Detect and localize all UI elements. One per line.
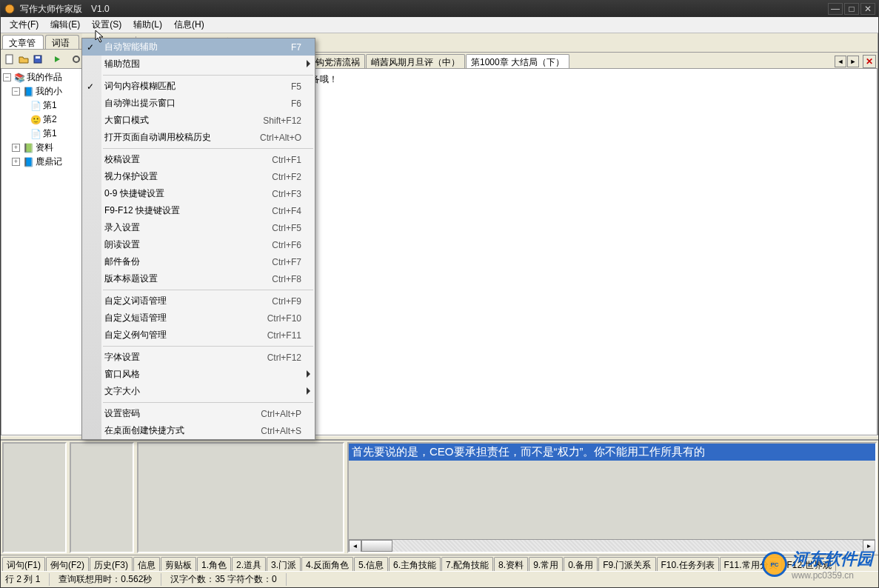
menu-item-label: 自定义短语管理 <box>104 312 267 324</box>
tab-scroll-left-icon[interactable]: ◄ <box>835 56 846 67</box>
lower-pane-2[interactable] <box>70 442 134 553</box>
lower-tab[interactable]: 6.主角技能 <box>389 557 441 571</box>
menu-item-shortcut: Ctrl+Alt+S <box>261 426 301 436</box>
lower-pane-1[interactable] <box>2 442 67 553</box>
menu-item[interactable]: 窗口风格 <box>82 366 315 383</box>
lower-tab[interactable]: 8.资料 <box>494 557 528 571</box>
tree-item[interactable]: 🙂第2 <box>3 113 80 127</box>
menu-item-shortcut: Ctrl+F5 <box>272 223 301 233</box>
lower-tab[interactable]: 5.信息 <box>354 557 388 571</box>
menu-item[interactable]: 朗读设置Ctrl+F6 <box>82 236 315 253</box>
menu-item-label: 朗读设置 <box>104 238 272 251</box>
lower-tab[interactable]: F9.门派关系 <box>598 557 655 571</box>
lower-tab[interactable]: 2.道具 <box>232 557 266 571</box>
tree-item[interactable]: 📄第1 <box>3 98 80 113</box>
menu-item[interactable]: 邮件备份Ctrl+F7 <box>82 253 315 270</box>
menu-item[interactable]: 字体设置Ctrl+F12 <box>82 349 315 366</box>
menu-item[interactable]: 视力保护设置Ctrl+F2 <box>82 168 315 185</box>
lower-tab[interactable]: 3.门派 <box>267 557 301 571</box>
doc-tab[interactable]: 峭茜风期月旦评（中） <box>366 54 465 68</box>
menu-file[interactable]: 文件(F) <box>4 17 44 33</box>
lower-tab[interactable]: F12.世界观 <box>783 557 836 571</box>
save-icon[interactable] <box>32 52 44 67</box>
lower-tab[interactable]: 历史(F3) <box>90 557 133 571</box>
lower-tab[interactable]: 9.常用 <box>529 557 563 571</box>
titlebar: 写作大师作家版 V1.0 — □ ✕ <box>1 1 878 17</box>
menu-item[interactable]: 录入设置Ctrl+F5 <box>82 219 315 236</box>
lower-tab[interactable]: F10.任务列表 <box>657 557 719 571</box>
scroll-track[interactable] <box>361 540 863 552</box>
stack-icon: 📚 <box>13 72 25 84</box>
menu-item[interactable]: ✓自动智能辅助F7 <box>82 39 315 56</box>
tab-word-assist[interactable]: 词语辅 <box>45 35 79 49</box>
scroll-left-icon[interactable]: ◄ <box>349 540 361 552</box>
close-button[interactable]: ✕ <box>860 3 875 15</box>
doc-tab-active[interactable]: 第1000章 大结局（下） <box>466 54 569 68</box>
scroll-right-icon[interactable]: ► <box>863 540 875 552</box>
menu-settings[interactable]: 设置(S) <box>86 17 127 33</box>
tree-item[interactable]: +📘鹿鼎记 <box>3 155 80 169</box>
open-icon[interactable] <box>18 52 30 67</box>
menu-item-label: 录入设置 <box>104 221 272 234</box>
menu-item-shortcut: Ctrl+F6 <box>272 240 301 250</box>
menu-item[interactable]: 版本标题设置Ctrl+F8 <box>82 270 315 287</box>
menu-item-label: 自动智能辅助 <box>104 41 291 53</box>
gear-icon[interactable] <box>70 52 82 67</box>
menu-item-label: F9-F12 快捷键设置 <box>104 204 272 217</box>
lower-tab[interactable]: 例句(F2) <box>46 557 89 571</box>
menu-item-label: 字体设置 <box>104 351 267 364</box>
menu-item-label: 自定义例句管理 <box>104 329 267 341</box>
status-querytime: 查询联想用时：0.562秒 <box>59 573 161 586</box>
tab-scroll-right-icon[interactable]: ► <box>847 56 859 67</box>
tree-item[interactable]: +📗资料 <box>3 141 80 155</box>
menu-item[interactable]: 设置密码Ctrl+Alt+P <box>82 405 315 422</box>
lower-tab[interactable]: 信息 <box>133 557 160 571</box>
lower-tab[interactable]: 7.配角技能 <box>441 557 493 571</box>
menu-item-shortcut: Ctrl+F3 <box>272 189 301 199</box>
left-tabs: 文章管理 词语辅 <box>1 33 82 50</box>
lower-pane-main[interactable]: 首先要说的是，CEO要承担责任，而不是“权力”。你不能用工作所具有的 ◄ ► <box>347 442 877 553</box>
menu-item-shortcut: F7 <box>291 42 301 53</box>
lower-tab[interactable]: 1.角色 <box>197 557 231 571</box>
minimize-button[interactable]: — <box>828 3 843 15</box>
lower-tab[interactable]: 0.备用 <box>564 557 598 571</box>
menu-item[interactable]: F9-F12 快捷键设置Ctrl+F4 <box>82 202 315 219</box>
menu-item[interactable]: 校稿设置Ctrl+F1 <box>82 151 315 168</box>
scroll-thumb[interactable] <box>361 540 392 552</box>
submenu-arrow-icon <box>307 60 310 67</box>
horizontal-scrollbar[interactable]: ◄ ► <box>349 539 875 552</box>
svg-point-5 <box>73 56 79 62</box>
window-title: 写作大师作家版 V1.0 <box>20 3 828 16</box>
lower-tab[interactable]: 剪贴板 <box>161 557 196 571</box>
run-icon[interactable] <box>51 52 63 67</box>
menu-item[interactable]: 自定义短语管理Ctrl+F10 <box>82 310 315 327</box>
menu-item-label: 校稿设置 <box>104 153 272 166</box>
maximize-button[interactable]: □ <box>844 3 859 15</box>
new-icon[interactable] <box>4 52 16 67</box>
close-tab-icon[interactable]: ✕ <box>863 55 876 68</box>
menu-item[interactable]: ✓词句内容模糊匹配F5 <box>82 78 315 95</box>
menu-item[interactable]: 自定义词语管理Ctrl+F9 <box>82 293 315 310</box>
menu-edit[interactable]: 编辑(E) <box>44 17 86 33</box>
lower-tab[interactable]: 词句(F1) <box>2 557 45 571</box>
menu-info[interactable]: 信息(H) <box>168 17 210 33</box>
menu-item[interactable]: 辅助范围 <box>82 56 315 73</box>
menu-item-label: 视力保护设置 <box>104 170 272 183</box>
menu-item[interactable]: 在桌面创建快捷方式Ctrl+Alt+S <box>82 422 315 439</box>
menu-item[interactable]: 自动弹出提示窗口F6 <box>82 95 315 112</box>
menu-item[interactable]: 打开页面自动调用校稿历史Ctrl+Alt+O <box>82 129 315 146</box>
tab-article-manage[interactable]: 文章管理 <box>2 35 44 49</box>
menu-assist[interactable]: 辅助(L) <box>127 17 168 33</box>
tree-root[interactable]: −📚我的作品 <box>3 70 80 84</box>
tree-item[interactable]: −📘我的小 <box>3 84 80 98</box>
menu-item[interactable]: 自定义例句管理Ctrl+F11 <box>82 327 315 344</box>
lower-tab[interactable]: F11.常用分类 <box>720 557 782 571</box>
menu-item[interactable]: 0-9 快捷键设置Ctrl+F3 <box>82 185 315 202</box>
menu-item[interactable]: 大窗口模式Shift+F12 <box>82 112 315 129</box>
tree-item[interactable]: 📄第1 <box>3 127 80 141</box>
menu-item[interactable]: 文字大小 <box>82 383 315 400</box>
highlighted-sentence[interactable]: 首先要说的是，CEO要承担责任，而不是“权力”。你不能用工作所具有的 <box>349 444 875 461</box>
lower-pane-3[interactable] <box>137 442 344 553</box>
menu-item-label: 文字大小 <box>104 385 301 398</box>
lower-tab[interactable]: 4.反面角色 <box>301 557 353 571</box>
